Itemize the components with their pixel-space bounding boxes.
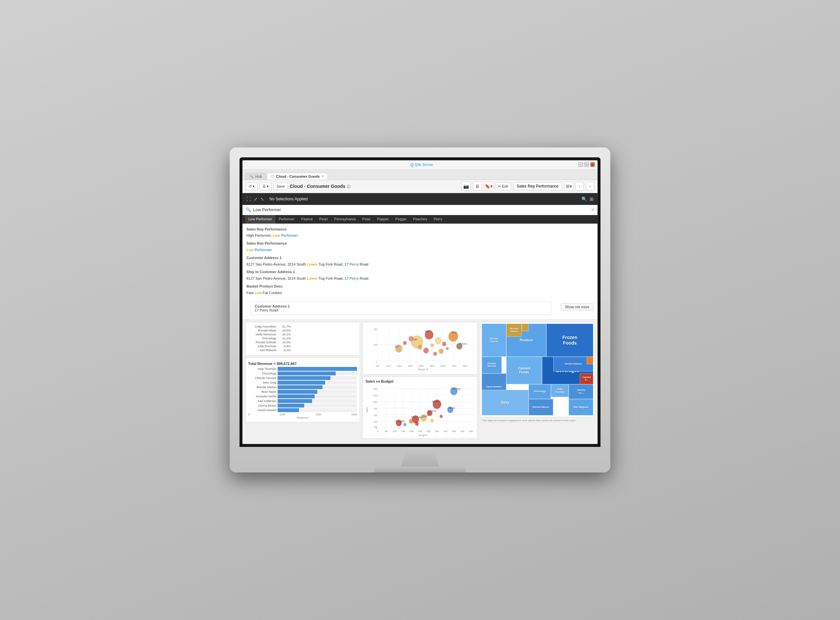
revenue-bar: Donna Brown (248, 403, 357, 408)
treemap-cell: TAGnology (529, 384, 551, 399)
filter-tab-peanut[interactable]: Peanut (298, 215, 316, 224)
svg-text:0: 0 (377, 430, 379, 432)
treemap-panel: Brenda GibsonProduceFrozen FoodsBrenda G… (480, 322, 595, 417)
qlik-sense-logo: Q Qlik Sense (410, 162, 433, 167)
treemap-cell: Dairy (482, 390, 529, 415)
total-revenue-label: Total Revenue = $98,672,667 (248, 362, 357, 366)
svg-text:6M: 6M (374, 414, 377, 416)
menu-btn[interactable]: ☰▾ (259, 183, 272, 190)
monitor-btn[interactable]: 🖥 (473, 182, 482, 191)
back-icon: ↺ (249, 184, 252, 188)
svg-text:55M: 55M (469, 430, 473, 432)
svg-text:Pizza: Pizza (452, 331, 457, 334)
filter-tab-peaches[interactable]: Peaches (410, 215, 430, 224)
camera-btn[interactable]: 📷 (461, 182, 471, 191)
hub-search-icon: 🔍 (249, 175, 253, 178)
show-more-area: Show me more (561, 301, 594, 313)
next-btn[interactable]: › (586, 182, 594, 191)
search-close-btn[interactable]: × (591, 207, 594, 213)
svg-point-101 (440, 415, 443, 418)
svg-text:60%: 60% (441, 364, 446, 367)
search-results: Sales Rep Performance High Performer, Lo… (243, 224, 597, 300)
menu-icon: ☰ (262, 184, 266, 188)
tab-bar: 🔍 Hub ⬡ Cloud - Consumer Goods × (243, 170, 597, 180)
grid-icon[interactable]: ⊞ (590, 196, 594, 202)
svg-text:Chocolate: Chocolate (395, 420, 404, 422)
treemap-cell: Judy Thurman (551, 384, 569, 397)
monitor-stand (400, 447, 440, 467)
monitor-base (374, 467, 466, 473)
treemap-cell: Brenda Gibson (506, 324, 522, 336)
edit-btn[interactable]: ✏ Edit (495, 183, 511, 190)
svg-text:8M: 8M (374, 408, 377, 410)
perf-row: Judy Thurman -9.8% (248, 345, 357, 348)
revenue-bar: Brad Taylor (248, 390, 357, 394)
show-more-btn[interactable]: Show me more (561, 303, 594, 310)
middle-panel: 0 1M 2M 0% 10% 20% 30% 40% 50% 60% 70% 8… (363, 322, 477, 439)
back-btn[interactable]: ↺▾ (246, 183, 258, 190)
info-icon[interactable]: ⓘ (347, 185, 350, 188)
svg-text:45M: 45M (452, 430, 456, 432)
treemap-cell: Brenda Gibson (482, 324, 506, 357)
filter-tab-peas[interactable]: Peas (359, 215, 374, 224)
svg-point-97 (409, 419, 413, 424)
prev-btn[interactable]: ‹ (575, 182, 584, 191)
collapse-icon[interactable]: ⤡ (260, 196, 264, 202)
revenue-panel: Total Revenue = $98,672,667 Judy Thurman… (245, 357, 360, 422)
app-tab-close[interactable]: × (321, 175, 324, 178)
expand-icon[interactable]: ⤢ (253, 196, 258, 202)
result-sales-perf-2: Sales Rep Performance Low Performer (246, 240, 594, 253)
fullscreen-icon[interactable]: ⛶ (246, 196, 251, 202)
app-tab[interactable]: ⬡ Cloud - Consumer Goods × (267, 173, 328, 180)
filter-tab-peggie[interactable]: Peggie (392, 215, 410, 224)
title-bar: Q Qlik Sense − □ × (243, 160, 597, 170)
svg-text:14M: 14M (373, 388, 377, 390)
grid-btn[interactable]: ⊞▾ (564, 182, 573, 191)
address-value: 17 Perry Road (255, 308, 547, 312)
address-card-area: Customer Address 1 17 Perry Road Show me… (243, 300, 597, 319)
revenue-bar: Cheryle Sincock (248, 376, 357, 380)
svg-text:Hot Dogs: Hot Dogs (452, 388, 461, 390)
filter-tab-pepper[interactable]: Pepper (374, 215, 392, 224)
save-btn[interactable]: Save (274, 183, 288, 190)
minimize-btn[interactable]: − (579, 162, 583, 167)
search-input[interactable] (253, 207, 589, 212)
filter-tab-perry[interactable]: Perry (430, 215, 446, 224)
svg-point-100 (430, 419, 434, 423)
svg-point-41 (439, 349, 443, 354)
search-icon[interactable]: 🔍 (581, 196, 587, 202)
hub-tab[interactable]: 🔍 Hub (245, 173, 266, 180)
treemap-cell: Canned Foods (506, 357, 542, 384)
scatter2-panel: Sales vs Budget (363, 376, 477, 439)
svg-text:Milk: Milk (413, 339, 418, 341)
sheet-name-btn[interactable]: Sales Rep Performance (513, 182, 562, 190)
toolbar: ↺▾ ☰▾ Save Cloud - Consumer Goods ⓘ 📷 🖥 … (243, 180, 597, 193)
filter-tab-pearl[interactable]: Pearl (316, 215, 331, 224)
filter-tab-performer[interactable]: Performer (275, 215, 298, 224)
scatter2-title: Sales vs Budget (365, 379, 475, 383)
perf-row: Ronald Golinski -10.0% (248, 341, 357, 344)
svg-text:Wine: Wine (425, 330, 430, 333)
treemap-cell: Brenda Gibson (529, 399, 553, 415)
perf-row: Craig Amundson -21.7% (248, 325, 357, 328)
window-controls: − □ × (579, 162, 595, 167)
revenue-bar: TAGnology (248, 372, 357, 375)
revenue-bar: Amanda Honda (248, 394, 357, 398)
svg-text:10M: 10M (392, 430, 397, 432)
filter-tabs: Low PerformerPerformerPeanutPearlPennsyl… (243, 215, 597, 224)
selection-right-icons: 🔍 ⊞ (581, 196, 594, 202)
revenue-bar: Karl Anderson (248, 399, 357, 403)
perf-row: Ronald Milam -16.0% (248, 329, 357, 332)
treemap-cell: Mae Blagbum (569, 399, 593, 415)
treemap-note: * The data set contains negative or zero… (480, 418, 595, 423)
svg-text:5M: 5M (385, 430, 388, 432)
maximize-btn[interactable]: □ (584, 162, 589, 167)
svg-text:10M: 10M (373, 401, 377, 403)
filter-tab-pennsylvania[interactable]: Pennsylvania (331, 215, 359, 224)
revenue-bars: Judy Thurman TAGnology Cheryle Sincock J… (248, 367, 357, 412)
bookmark-btn[interactable]: 🔖▾ (484, 182, 493, 191)
svg-text:Pretzels: Pretzels (459, 343, 467, 345)
close-btn[interactable]: × (590, 162, 595, 167)
svg-point-99 (403, 423, 406, 426)
filter-tab-low-performer[interactable]: Low Performer (245, 215, 275, 224)
